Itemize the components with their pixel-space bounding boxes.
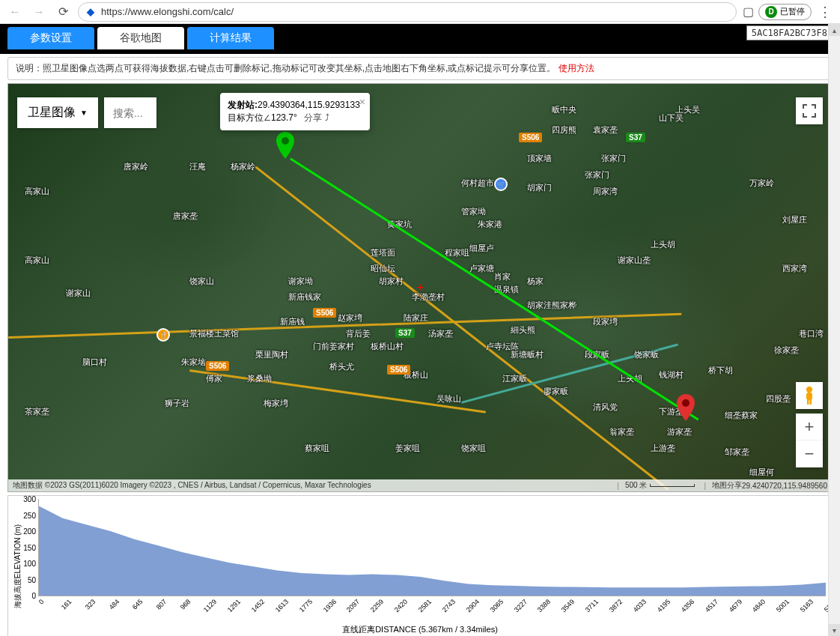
svg-point-2	[682, 399, 690, 407]
zoom-in-button[interactable]: +	[796, 414, 823, 440]
map-container[interactable]: 唐家岭汪庵杨家岭唐家垄高家山高家山谢家山脑口村朱家垴景福楼土菜馆傅家浆桑坳狮子岩…	[7, 83, 833, 492]
station-marker-a[interactable]	[276, 132, 294, 159]
reload-button[interactable]: ⟳	[54, 3, 72, 21]
browser-menu-icon[interactable]: ⋮	[816, 4, 834, 20]
xtick: 1936	[321, 598, 337, 614]
bearing-label: 目标方位∠	[228, 112, 271, 123]
svg-rect-5	[807, 399, 809, 405]
usage-link[interactable]: 使用方法	[559, 63, 594, 73]
xtick: 3388	[536, 598, 552, 614]
scale-bar	[650, 484, 695, 487]
xtick: 3872	[608, 598, 624, 614]
instruction-text: 说明：照卫星图像点选两点可获得海拔数据,右键点击可删除标记,拖动标记可改变其坐标…	[16, 63, 556, 73]
bookmark-icon[interactable]: ▢	[743, 4, 754, 19]
ytick: 250	[23, 511, 39, 519]
chart-ylabel: 海拔高度ELEVATION (m)	[13, 524, 23, 608]
fullscreen-button[interactable]	[796, 97, 823, 124]
xtick: 1129	[202, 598, 218, 614]
zoom-control: + −	[796, 414, 823, 467]
target-marker-b[interactable]	[677, 394, 695, 421]
tab-results[interactable]: 计算结果	[187, 27, 274, 49]
xticks: 0161323484645807968112912911452161317751…	[38, 596, 826, 614]
xtick: 807	[155, 598, 168, 611]
attribution-text: 地图数据 ©2023 GS(2011)6020 Imagery ©2023 , …	[13, 480, 371, 491]
svg-point-3	[806, 387, 812, 393]
station-coords: 29.4390364,115.9293133	[258, 100, 360, 110]
xtick: 3065	[488, 598, 504, 614]
xtick: 1613	[274, 598, 290, 614]
ytick: 300	[23, 495, 39, 503]
scroll-down-button[interactable]: ▾	[829, 624, 840, 636]
map-top-left-controls: 卫星图像 ▼	[17, 97, 156, 128]
svg-rect-6	[810, 399, 812, 405]
svg-point-1	[281, 137, 289, 145]
chevron-down-icon: ▼	[80, 109, 88, 117]
xtick: 1775	[298, 598, 314, 614]
hash-display: 5AC18FA2BC73F8	[746, 25, 833, 40]
ytick: 100	[23, 560, 39, 568]
browser-right-controls: ▢ D 已暂停 ⋮	[743, 4, 834, 20]
avatar-icon: D	[765, 6, 777, 18]
chart-xlabel: 直线距离DISTANCE (5.367km / 3.34miles)	[342, 624, 498, 635]
roads-layer	[8, 84, 832, 491]
map-top-right-controls	[796, 97, 823, 124]
profile-paused-badge[interactable]: D 已暂停	[758, 4, 812, 20]
forward-button[interactable]: →	[30, 3, 48, 21]
close-icon[interactable]: ×	[359, 96, 365, 108]
svg-rect-4	[806, 393, 812, 400]
fullscreen-icon	[803, 104, 816, 118]
xtick: 1452	[250, 598, 266, 614]
chart-plot-area[interactable]: 050100150200250300	[38, 499, 826, 596]
xtick: 4840	[751, 598, 767, 614]
zoom-out-button[interactable]: −	[796, 440, 823, 467]
xtick: 2904	[465, 598, 481, 614]
page-scrollbar[interactable]: ▴ ▾	[828, 24, 840, 636]
map-footer: 地图数据 ©2023 GS(2011)6020 Imagery ©2023 , …	[8, 479, 832, 491]
xtick: 161	[60, 598, 73, 611]
layer-select-button[interactable]: 卫星图像 ▼	[17, 97, 98, 128]
ytick: 150	[23, 543, 39, 551]
xtick: 4033	[632, 598, 648, 614]
xtick: 4356	[680, 598, 696, 614]
xtick: 968	[179, 598, 192, 611]
ytick: 50	[28, 575, 39, 584]
xtick: 5163	[799, 598, 815, 614]
share-coords[interactable]: 29.4240720,115.9489560	[742, 482, 827, 490]
xtick: 645	[131, 598, 144, 611]
xtick: 484	[108, 598, 121, 611]
paused-label: 已暂停	[780, 6, 805, 17]
tab-google-map[interactable]: 谷歌地图	[97, 27, 184, 49]
xtick: 4517	[703, 598, 719, 614]
xtick: 2259	[369, 598, 385, 614]
pegman-icon	[802, 386, 817, 405]
tab-params[interactable]: 参数设置	[7, 27, 94, 49]
browser-toolbar: ← → ⟳ ◆ https://www.elongshi.com/calc/ ▢…	[0, 0, 840, 24]
map-search-input[interactable]	[104, 97, 156, 128]
xtick: 2581	[417, 598, 433, 614]
xtick: 323	[84, 598, 97, 611]
xtick: 2420	[393, 598, 409, 614]
scale-text: 500 米	[625, 480, 647, 491]
bearing-value: 123.7°	[271, 112, 297, 123]
elevation-chart: 海拔高度ELEVATION (m) 050100150200250300 016…	[7, 495, 833, 636]
layer-label: 卫星图像	[28, 105, 76, 121]
station-label: 发射站:	[228, 100, 258, 110]
address-bar[interactable]: ◆ https://www.elongshi.com/calc/	[78, 2, 737, 22]
share-icon: ⤴	[325, 112, 329, 123]
url-text: https://www.elongshi.com/calc/	[101, 6, 234, 17]
site-icon: ◆	[85, 6, 97, 18]
instruction-bar: 说明：照卫星图像点选两点可获得海拔数据,右键点击可删除标记,拖动标记可改变其坐标…	[7, 57, 833, 80]
station-info-window: × 发射站:29.4390364,115.9293133 目标方位∠123.7°…	[220, 93, 370, 130]
chart-area-path	[39, 499, 826, 596]
scroll-up-button[interactable]: ▴	[829, 24, 840, 36]
xtick: 4195	[656, 598, 672, 614]
share-link[interactable]: 分享 ⤴	[304, 112, 329, 123]
back-button[interactable]: ←	[6, 3, 24, 21]
xtick: 5001	[775, 598, 791, 614]
xtick: 2097	[345, 598, 361, 614]
share-map-label[interactable]: 地图分享	[712, 480, 742, 491]
stripe	[0, 49, 840, 54]
xtick: 3549	[560, 598, 576, 614]
streetview-pegman[interactable]	[796, 382, 823, 409]
xtick: 2743	[441, 598, 457, 614]
